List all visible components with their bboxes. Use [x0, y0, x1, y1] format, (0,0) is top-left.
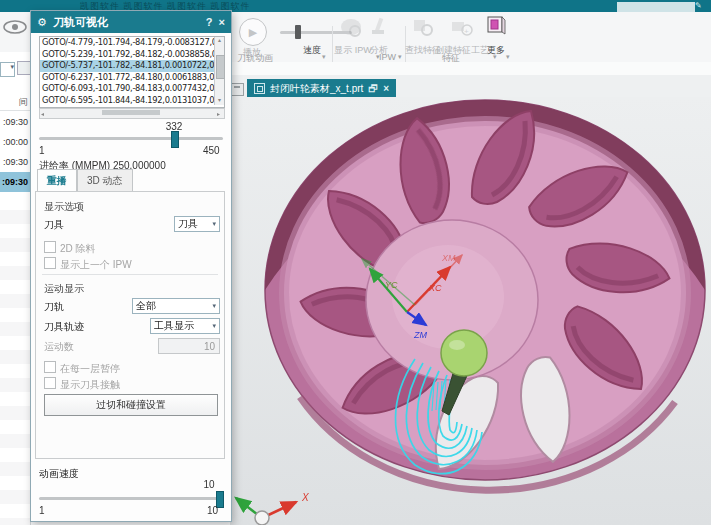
goto-list-hscrollbar[interactable]: ◂▸	[39, 108, 225, 119]
window-grid-icon[interactable]	[231, 83, 244, 96]
motion-count-field[interactable]: 10	[158, 338, 220, 354]
path-dropdown[interactable]: 全部▾	[132, 298, 220, 314]
navigator-time-row[interactable]: :09:30	[0, 112, 30, 132]
checkbox-2d-removal[interactable]	[44, 241, 56, 253]
divider	[42, 274, 218, 275]
navigator-time-column-header: 间	[0, 96, 28, 109]
gouge-collision-settings-button[interactable]: 过切和碰撞设置	[44, 394, 218, 416]
close-icon[interactable]: ×	[219, 16, 225, 28]
eye-icon[interactable]	[2, 18, 28, 36]
play-button[interactable]: ▶	[239, 18, 267, 46]
goto-line[interactable]: GOTO/-6.595,-101.844,-84.192,0.0131037,0…	[40, 95, 224, 107]
tab-3d-dynamic[interactable]: 3D 动态	[77, 169, 133, 193]
hscroll-thumb[interactable]	[102, 110, 160, 115]
gear-icon: ⚙	[37, 16, 47, 29]
goto-line[interactable]: GOTO/-4.779,-101.794,-84.179,-0.0083127,…	[40, 37, 224, 49]
progress-min: 1	[39, 145, 45, 156]
dialog-tabs: 重播 3D 动态	[37, 169, 133, 193]
checkbox-show-previous-ipw-label: 显示上一个 IPW	[60, 259, 132, 270]
checkbox-show-tool-contact-label: 显示刀具接触	[60, 379, 120, 390]
create-feature-process-icon[interactable]: +	[450, 16, 474, 38]
navigator-header-divider	[0, 110, 30, 111]
goto-list-vscrollbar[interactable]: ▴▾	[214, 37, 224, 105]
animation-speed-track[interactable]	[39, 497, 223, 500]
dialog-title: 刀轨可视化	[53, 15, 200, 30]
goto-line[interactable]: GOTO/-5.737,-101.782,-84.181,0.0010722,0…	[40, 60, 224, 72]
goto-line[interactable]: GOTO/-5.239,-101.792,-84.182,-0.0038858,…	[40, 49, 224, 61]
tab-save-icon[interactable]: 🗗	[368, 83, 378, 94]
progress-slider-handle[interactable]	[171, 131, 179, 148]
group-ipw: IPW	[379, 52, 396, 62]
command-finder-icon[interactable]: ✎	[695, 1, 702, 10]
chevron-down-icon: ▾	[212, 302, 216, 310]
axis-label-xm: XM	[441, 253, 456, 263]
trajectory-label: 刀具轨迹	[44, 320, 84, 334]
axis-label-zm: ZM	[413, 330, 427, 340]
animation-speed-max: 10	[207, 505, 218, 516]
speed-label: 速度	[292, 44, 332, 57]
path-label: 刀轨	[44, 300, 64, 314]
tab-replay[interactable]: 重播	[37, 169, 77, 193]
mcs-navigator-icon[interactable]	[17, 61, 31, 75]
tab-close-icon[interactable]: ×	[383, 83, 389, 94]
progress-max: 450	[203, 145, 220, 156]
impeller-3d-model: XC XM YC ZM X	[230, 97, 711, 525]
animation-speed-min: 1	[39, 505, 45, 516]
checkbox-2d-removal-label: 2D 除料	[60, 243, 96, 254]
progress-slider-track[interactable]	[39, 137, 223, 140]
help-icon[interactable]: ?	[206, 16, 213, 28]
chevron-down-icon: ▾	[212, 220, 216, 228]
navigator-time-row[interactable]: :09:30	[0, 172, 30, 192]
navigator-time-row[interactable]: :00:00	[0, 132, 30, 152]
motion-count-label: 运动数	[44, 340, 74, 354]
display-options-heading: 显示选项	[44, 200, 84, 214]
dialog-title-bar[interactable]: ⚙ 刀轨可视化 ? ×	[31, 11, 231, 33]
navigator-empty-rows	[0, 196, 30, 525]
find-feature-icon[interactable]	[412, 16, 434, 38]
application-window: 凯图软件 凯图软件 凯图软件 凯图软件 ✎ ▶ 播放 速度 刀轨动画 ▾ 显示 …	[0, 0, 711, 525]
animation-speed-value: 10	[197, 479, 221, 490]
goto-line[interactable]: GOTO/-6.093,-101.790,-84.183,0.0077432,0…	[40, 83, 224, 95]
checkbox-show-previous-ipw[interactable]	[44, 257, 56, 269]
group-feature-caret-icon[interactable]: ▾	[506, 53, 510, 61]
motion-display-heading: 运动显示	[44, 282, 84, 296]
navigator-filter-dropdown[interactable]: ▾	[0, 62, 15, 77]
navigator-time-rows: :09:30:00:00:09:30:09:30	[0, 112, 30, 192]
path-dropdown-value: 全部	[136, 299, 156, 313]
more-icon[interactable]	[486, 14, 506, 36]
document-tab[interactable]: 封闭叶轮素材_x_t.prt 🗗 ×	[247, 79, 396, 98]
analyze-icon[interactable]	[369, 16, 389, 38]
graphics-viewport[interactable]: XC XM YC ZM X	[230, 97, 711, 525]
tool-dropdown-value: 刀具	[178, 217, 198, 231]
axis-label-xc: XC	[428, 283, 442, 293]
toolpath-visualization-dialog: ⚙ 刀轨可视化 ? × GOTO/-4.779,-101.794,-84.179…	[30, 10, 232, 522]
part-reload-icon	[254, 83, 265, 94]
navigator-time-row[interactable]: :09:30	[0, 152, 30, 172]
replay-options-panel: 显示选项 刀具 刀具▾ 2D 除料 显示上一个 IPW 运动显示 刀轨 全部▾ …	[35, 191, 225, 459]
group-animation-caret-icon[interactable]: ▾	[322, 53, 326, 61]
more-caret-icon[interactable]: ▾	[493, 53, 497, 61]
animation-speed-label: 动画速度	[39, 467, 79, 481]
goto-statement-list[interactable]: GOTO/-4.779,-101.794,-84.179,-0.0083127,…	[39, 36, 225, 108]
checkbox-pause-each-level[interactable]	[44, 361, 56, 373]
trajectory-dropdown[interactable]: 工具显示▾	[150, 318, 220, 334]
trajectory-dropdown-value: 工具显示	[154, 319, 194, 333]
group-ipw-caret-icon[interactable]: ▾	[398, 53, 402, 61]
goto-line[interactable]: GOTO/-6.237,-101.772,-84.180,0.0061883,0…	[40, 72, 224, 84]
axis-label-yc: YC	[385, 280, 398, 290]
speed-slider-handle[interactable]	[295, 25, 301, 39]
document-tab-title: 封闭叶轮素材_x_t.prt	[270, 82, 363, 96]
view-orientation-triad: X	[236, 492, 309, 525]
checkbox-show-tool-contact[interactable]	[44, 377, 56, 389]
chevron-down-icon: ▾	[212, 322, 216, 330]
checkbox-pause-each-level-label: 在每一层暂停	[60, 363, 120, 374]
svg-text:+: +	[464, 27, 469, 36]
show-ipw-icon[interactable]	[340, 16, 364, 38]
vscroll-thumb[interactable]	[216, 55, 225, 79]
tool-dropdown[interactable]: 刀具▾	[174, 216, 220, 232]
tool-label: 刀具	[44, 218, 64, 232]
axis-label-x: X	[301, 492, 309, 503]
